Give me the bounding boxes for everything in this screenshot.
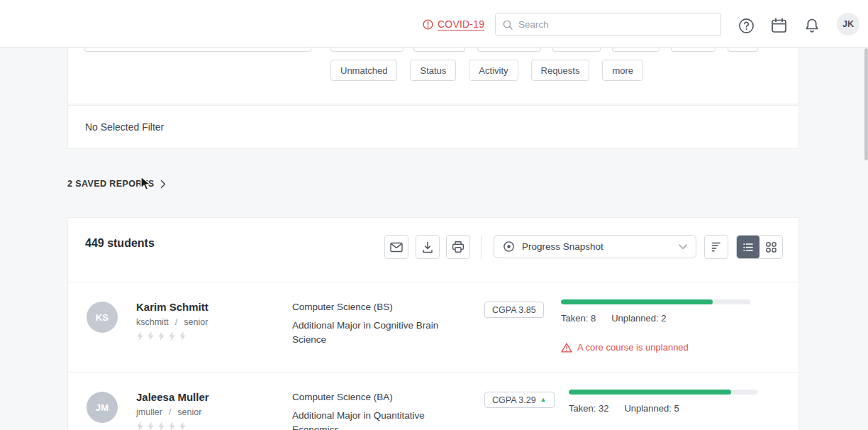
email-students-button[interactable] xyxy=(384,235,408,259)
meta-separator: / xyxy=(169,407,171,417)
list-view-button[interactable] xyxy=(737,236,760,258)
envelope-icon xyxy=(390,242,403,253)
cgpa-value: CGPA 3.29 xyxy=(492,395,536,405)
sort-lines-icon xyxy=(711,242,722,252)
taken-count: Taken: 8 xyxy=(561,313,596,324)
cgpa-badge[interactable]: CGPA 3.29 ▲ xyxy=(484,392,555,408)
student-year: senior xyxy=(184,317,208,327)
bell-icon xyxy=(804,18,820,34)
lightning-bolt-icon xyxy=(136,421,144,430)
lightning-bolt-icon xyxy=(168,331,176,344)
meta-separator: / xyxy=(175,317,177,327)
clipped-filter-button[interactable] xyxy=(671,48,716,52)
chevron-right-icon xyxy=(160,180,166,189)
trend-up-icon: ▲ xyxy=(540,397,547,403)
lightning-bolt-icon xyxy=(179,421,187,430)
lightning-bolt-icon xyxy=(147,421,155,430)
lightning-bolt-icon xyxy=(157,421,165,430)
layout-toggle xyxy=(736,235,783,259)
eye-icon xyxy=(503,241,515,253)
notifications-button[interactable] xyxy=(803,16,821,35)
calendar-icon xyxy=(770,17,788,34)
clipped-filter-button[interactable] xyxy=(330,48,404,52)
cgpa-badge: CGPA 3.85 xyxy=(484,302,544,318)
user-initials: JK xyxy=(842,19,854,29)
student-username: jmuller xyxy=(136,407,162,417)
filter-button-requests[interactable]: Requests xyxy=(531,60,590,81)
progress-bar xyxy=(569,390,757,395)
clipped-filter-input[interactable] xyxy=(84,48,311,52)
toolbar-divider xyxy=(481,236,482,259)
view-mode-dropdown[interactable]: Progress Snapshot xyxy=(494,235,696,258)
student-name[interactable]: Jaleesa Muller xyxy=(136,391,209,403)
student-program: Computer Science (BA) xyxy=(292,392,393,402)
clipped-filter-button[interactable] xyxy=(413,48,465,52)
filter-button-activity[interactable]: Activity xyxy=(469,60,518,81)
sort-button[interactable] xyxy=(704,235,728,259)
question-circle-icon xyxy=(738,18,755,34)
taken-count: Taken: 32 xyxy=(569,403,608,414)
top-navigation-bar: COVID-19 JK xyxy=(0,0,868,48)
avatar: JM xyxy=(87,392,118,423)
avatar-initials: JM xyxy=(96,402,109,413)
clipped-filter-button[interactable] xyxy=(612,48,660,52)
student-name[interactable]: Karim Schmitt xyxy=(136,301,208,313)
progress-fill xyxy=(561,299,713,304)
clipped-filter-button[interactable] xyxy=(477,48,541,52)
avatar: KS xyxy=(87,302,118,333)
download-button[interactable] xyxy=(416,235,440,259)
view-mode-value: Progress Snapshot xyxy=(522,241,672,252)
unplanned-count: Unplanned: 2 xyxy=(611,313,666,324)
user-avatar[interactable]: JK xyxy=(837,13,859,35)
lightning-bolt-icon xyxy=(136,331,144,344)
download-icon xyxy=(422,241,433,253)
print-button[interactable] xyxy=(446,235,470,259)
filter-button-unmatched[interactable]: Unmatched xyxy=(330,60,397,81)
student-count: 449 students xyxy=(85,237,155,250)
clipped-filter-button[interactable] xyxy=(728,48,758,52)
filter-button-more[interactable]: more xyxy=(602,60,643,81)
covid-19-label: COVID-19 xyxy=(438,18,484,30)
student-row[interactable]: JM Jaleesa Muller jmuller / senior Compu… xyxy=(68,372,800,430)
student-program: Computer Science (BS) xyxy=(292,302,393,312)
filter-button-status[interactable]: Status xyxy=(410,60,456,81)
search-input[interactable] xyxy=(518,19,713,30)
progress-fill xyxy=(569,390,731,395)
grid-view-button[interactable] xyxy=(760,236,782,258)
student-username: kschmitt xyxy=(136,317,169,327)
warning-triangle-icon xyxy=(561,343,572,353)
progress-stats: Taken: 8 Unplanned: 2 xyxy=(561,313,667,324)
saved-reports-toggle[interactable]: 2 SAVED REPORTS xyxy=(67,179,166,189)
student-meta: jmuller / senior xyxy=(136,407,201,417)
printer-icon xyxy=(452,241,464,253)
clipped-filter-button[interactable] xyxy=(552,48,601,52)
progress-stats: Taken: 32 Unplanned: 5 xyxy=(569,403,679,414)
calendar-button[interactable] xyxy=(769,16,788,35)
filter-button-row: Unmatched Status Activity Requests more xyxy=(330,60,643,81)
filter-panel: Unmatched Status Activity Requests more xyxy=(67,48,799,104)
progress-bar xyxy=(561,299,750,304)
student-additional-major: Additional Major in Quantitative Economi… xyxy=(292,409,447,430)
search-icon xyxy=(503,20,513,30)
rating-bolts xyxy=(136,331,187,344)
student-list-card: 449 students Progress Snapshot xyxy=(67,217,799,430)
lightning-bolt-icon xyxy=(179,331,187,344)
list-icon xyxy=(742,243,754,252)
avatar-initials: KS xyxy=(96,312,109,323)
page-scrollbar[interactable] xyxy=(864,48,868,160)
student-row[interactable]: KS Karim Schmitt kschmitt / senior Compu… xyxy=(68,282,800,372)
help-button[interactable] xyxy=(737,16,755,35)
selected-filters-panel: No Selected Filter xyxy=(67,105,799,149)
lightning-bolt-icon xyxy=(168,421,176,430)
student-year: senior xyxy=(177,407,201,417)
exclamation-circle-icon xyxy=(423,19,433,30)
app-screen: COVID-19 JK xyxy=(0,0,868,430)
student-additional-major: Additional Major in Cognitive Brain Scie… xyxy=(292,319,447,347)
warning-text: A core course is unplanned xyxy=(577,342,689,353)
lightning-bolt-icon xyxy=(147,331,155,344)
student-meta: kschmitt / senior xyxy=(136,317,208,327)
global-search xyxy=(495,13,721,36)
covid-19-link[interactable]: COVID-19 xyxy=(423,18,484,30)
chevron-down-icon xyxy=(679,244,687,250)
unplanned-count: Unplanned: 5 xyxy=(624,403,679,414)
